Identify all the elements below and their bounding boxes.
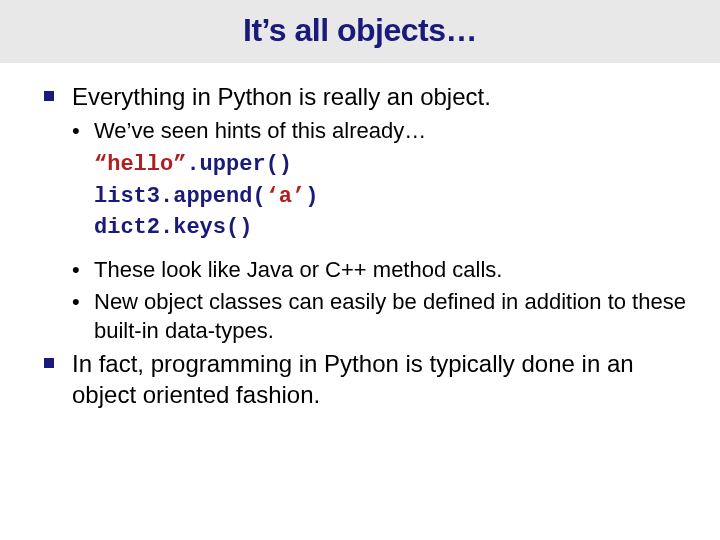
code-string-hello: “hello” xyxy=(94,152,186,177)
slide-content: Everything in Python is really an object… xyxy=(0,63,720,410)
code-hello-upper: “hello”.upper() xyxy=(94,148,686,180)
code-method-upper: .upper() xyxy=(186,152,292,177)
sub-bullet-hints: We’ve seen hints of this already… xyxy=(72,116,686,146)
slide-title: It’s all objects… xyxy=(0,12,720,49)
title-band: It’s all objects… xyxy=(0,0,720,63)
sub-bullet-java-cpp: These look like Java or C++ method calls… xyxy=(72,255,686,285)
bullet-oop-fashion: In fact, programming in Python is typica… xyxy=(44,348,686,410)
code-dict-keys-span: dict2.keys() xyxy=(94,215,252,240)
code-string-a: ‘a’ xyxy=(266,184,306,209)
bullet-everything-object: Everything in Python is really an object… xyxy=(44,81,686,112)
code-list-append: list3.append(‘a’) xyxy=(94,180,686,212)
code-list-append-open: list3.append( xyxy=(94,184,266,209)
code-list-append-close: ) xyxy=(305,184,318,209)
code-dict-keys: dict2.keys() xyxy=(94,211,686,243)
sub-bullet-new-classes: New object classes can easily be defined… xyxy=(72,287,686,346)
